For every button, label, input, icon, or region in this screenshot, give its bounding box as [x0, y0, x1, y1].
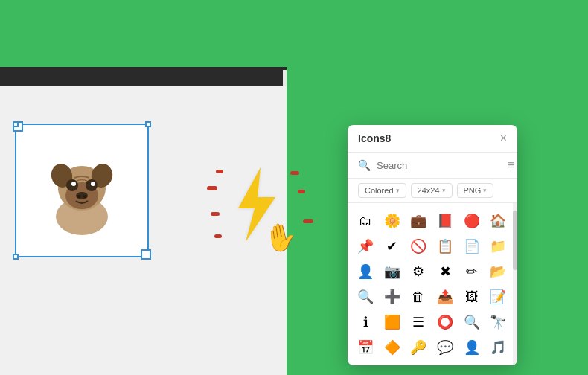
- search-input[interactable]: [377, 160, 502, 171]
- icon-settings[interactable]: ⚙: [406, 260, 430, 283]
- panel-title: Icons8: [358, 132, 391, 144]
- icon-info[interactable]: ℹ: [354, 310, 377, 334]
- spark-1: [216, 170, 223, 173]
- resize-handle-br[interactable]: [145, 254, 151, 260]
- icon-image[interactable]: 🖼: [460, 285, 484, 309]
- icon-search-zoom[interactable]: 🔍: [354, 285, 377, 309]
- icon-google-plus[interactable]: 🔴: [460, 209, 484, 233]
- icon-orange-square[interactable]: 🟧: [380, 310, 404, 334]
- icon-trash[interactable]: 🗑: [406, 285, 430, 309]
- icon-notes[interactable]: 📝: [486, 285, 510, 309]
- icon-folder-yellow[interactable]: 📁: [486, 234, 510, 258]
- size-filter[interactable]: 24x24 ▾: [411, 183, 453, 198]
- spark-7: [303, 219, 313, 223]
- svg-point-10: [77, 195, 81, 198]
- icon-calendar[interactable]: 📅: [354, 336, 377, 359]
- icon-pinterest[interactable]: 📌: [354, 234, 377, 258]
- icon-close-red[interactable]: ✖: [433, 260, 457, 283]
- icon-instagram[interactable]: 📷: [380, 260, 404, 283]
- icon-add-circle[interactable]: ➕: [380, 285, 404, 309]
- icon-music-note[interactable]: 🎵: [486, 336, 510, 359]
- search-bar: 🔍 ≡: [348, 153, 517, 179]
- pug-illustration: [33, 142, 130, 239]
- icon-binoculars[interactable]: 🔭: [486, 310, 510, 334]
- icon-menu-list[interactable]: ☰: [406, 310, 430, 334]
- icon-document-list[interactable]: 📋: [433, 234, 457, 258]
- icon-search-ring[interactable]: 🔍: [460, 310, 484, 334]
- icons8-panel: Icons8 × 🔍 ≡ Colored ▾ 24x24 ▾ PNG ▾ 🗂🌼💼…: [348, 125, 517, 365]
- panel-header: Icons8 ×: [348, 125, 517, 153]
- icon-check-mark[interactable]: ✔: [380, 234, 404, 258]
- icon-document[interactable]: 📄: [460, 234, 484, 258]
- cursor-hand: ✋: [262, 219, 301, 255]
- spark-3: [211, 212, 220, 216]
- resize-handle-tr[interactable]: [145, 121, 151, 127]
- selected-image[interactable]: [15, 124, 149, 257]
- resize-handle-bl[interactable]: [13, 254, 19, 260]
- resize-handle-tl[interactable]: [13, 121, 19, 127]
- spark-6: [298, 190, 305, 193]
- close-button[interactable]: ×: [500, 132, 507, 144]
- svg-point-8: [91, 182, 95, 186]
- icon-flower-star[interactable]: 🌼: [380, 209, 404, 233]
- icon-target-red[interactable]: ⭕: [433, 310, 457, 334]
- icon-upload[interactable]: 📤: [433, 285, 457, 309]
- spark-5: [290, 171, 299, 175]
- search-icon: 🔍: [358, 159, 371, 171]
- icon-clipboard-grid[interactable]: 🗂: [354, 209, 377, 233]
- spark-2: [207, 186, 217, 190]
- hamburger-icon[interactable]: ≡: [508, 158, 514, 172]
- title-bar: [0, 70, 283, 86]
- icon-chat-bubble[interactable]: 💬: [433, 336, 457, 359]
- filter-bar: Colored ▾ 24x24 ▾ PNG ▾: [348, 179, 517, 203]
- icon-orange-circle[interactable]: 🔶: [380, 336, 404, 359]
- icon-pencil[interactable]: ✏: [460, 260, 484, 283]
- svg-point-11: [83, 195, 87, 198]
- icon-no-sign[interactable]: 🚫: [406, 234, 430, 258]
- svg-point-7: [71, 182, 76, 186]
- spark-4: [214, 234, 222, 238]
- icon-user-2[interactable]: 👤: [460, 336, 484, 359]
- scrollbar-track[interactable]: [513, 203, 517, 365]
- icon-key[interactable]: 🔑: [406, 336, 430, 359]
- icon-house[interactable]: 🏠: [486, 209, 510, 233]
- icon-book-red[interactable]: 📕: [433, 209, 457, 233]
- scrollbar-thumb[interactable]: [513, 211, 517, 270]
- icon-user-pin[interactable]: 👤: [354, 260, 377, 283]
- icon-briefcase[interactable]: 💼: [406, 209, 430, 233]
- icons-grid: 🗂🌼💼📕🔴🏠📌✔🚫📋📄📁👤📷⚙✖✏📂🔍➕🗑📤🖼📝ℹ🟧☰⭕🔍🔭📅🔶🔑💬👤🎵: [348, 203, 517, 365]
- style-filter[interactable]: Colored ▾: [358, 183, 406, 198]
- icon-folder-open[interactable]: 📂: [486, 260, 510, 283]
- format-filter[interactable]: PNG ▾: [457, 183, 494, 198]
